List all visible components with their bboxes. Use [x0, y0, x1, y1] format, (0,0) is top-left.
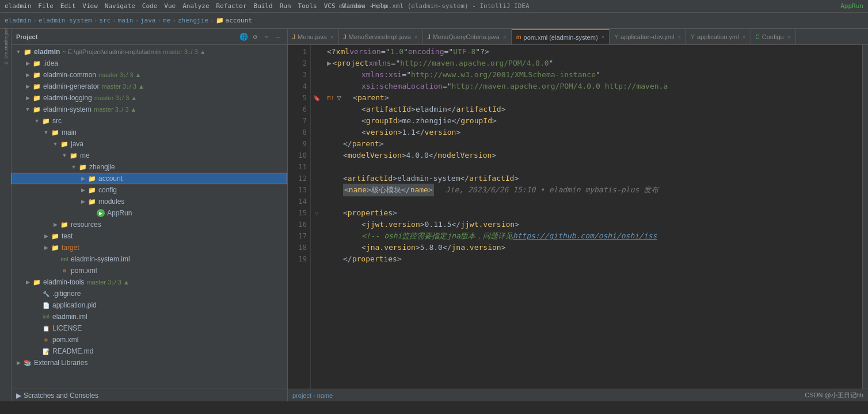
- toolbar-gear-icon[interactable]: ⚙: [250, 32, 260, 41]
- tree-item-pom-root[interactable]: m pom.xml: [12, 334, 287, 345]
- menu-build[interactable]: Build: [254, 2, 273, 10]
- breadcrumb-me[interactable]: me: [163, 17, 170, 24]
- tree-item-eladmin-common[interactable]: ▶ 📁 eladmin-common master 3↓/ 3 ▲: [12, 69, 287, 81]
- gutter-14: [311, 196, 322, 207]
- menu-run[interactable]: Run: [280, 2, 291, 10]
- tab-menu-java[interactable]: J Menu.java ×: [288, 29, 339, 44]
- tree-label: .idea: [43, 59, 58, 67]
- tree-item-gitignore[interactable]: 🔧 .gitignore: [12, 288, 287, 299]
- tab-close-button[interactable]: ×: [414, 34, 418, 40]
- code-line-8: <version>1.1</version>: [327, 127, 862, 138]
- breadcrumb-eladmin-system[interactable]: eladmin-system: [39, 17, 92, 24]
- tree-item-target[interactable]: ▶ 📁 target: [12, 242, 287, 253]
- tree-item-apprun[interactable]: ▶ AppRun: [12, 207, 287, 219]
- line-num-12: 12: [288, 173, 307, 184]
- sidebar-icon-structure[interactable]: Structure: [1, 45, 10, 54]
- gutter-1: [311, 46, 322, 58]
- right-scrollbar[interactable]: [862, 45, 868, 389]
- tree-item-external-libs[interactable]: ▶ 📚 External Libraries: [12, 357, 287, 369]
- menu-refactor[interactable]: Refactor: [216, 2, 247, 10]
- menu-vcs[interactable]: VCS: [324, 2, 336, 10]
- gutter-2: [311, 58, 322, 69]
- tabs-bar: J Menu.java × J MenuServiceImpl.java × J…: [288, 29, 868, 45]
- tree-item-eladmin-tools[interactable]: ▶ 📁 eladmin-tools master 3↓/ 3 ▲: [12, 276, 287, 288]
- tree-arrow: ▼: [51, 141, 60, 147]
- tree-label: src: [52, 117, 62, 125]
- menu-eladmin[interactable]: eladmin: [5, 2, 31, 10]
- tree-item-eladmin-logging[interactable]: ▶ 📁 eladmin-logging master 3↓/ 3 ▲: [12, 92, 287, 104]
- tab-app-yml[interactable]: Y application.yml ×: [686, 29, 751, 44]
- menu-navigate[interactable]: Navigate: [105, 2, 135, 10]
- tree-item-config[interactable]: ▶ 📁 config: [12, 184, 287, 196]
- tree-item-me[interactable]: ▼ 📁 me: [12, 150, 287, 161]
- tree-item-eladmin-system[interactable]: ▼ 📁 eladmin-system master 3↓/ 3 ▲: [12, 104, 287, 115]
- tab-close-button[interactable]: ×: [601, 34, 605, 40]
- menu-edit[interactable]: Edit: [60, 2, 76, 10]
- menu-vue[interactable]: Vue: [164, 2, 176, 10]
- line-num-15: 15: [288, 207, 307, 219]
- breadcrumb-src[interactable]: src: [99, 17, 111, 24]
- folder-icon: 📁: [32, 105, 41, 114]
- tree-item-eladmin[interactable]: ▼ 📁 eladmin ~ E:\gitProject\eladmin-mp\e…: [12, 46, 287, 58]
- sidebar-icon-project[interactable]: Project: [1, 31, 10, 40]
- apprun-button[interactable]: AppRun: [840, 2, 863, 10]
- tree-arrow: ▼: [41, 130, 51, 135]
- tab-close-button[interactable]: ×: [787, 34, 791, 40]
- tree-item-app-pid[interactable]: 📄 application.pid: [12, 299, 287, 311]
- tree-item-idea[interactable]: ▶ 📁 .idea: [12, 58, 287, 69]
- code-area[interactable]: <?xml version="1.0" encoding="UTF-8"?> ▶…: [322, 45, 862, 389]
- tree-arrow: ▶: [23, 83, 32, 89]
- breadcrumb-java[interactable]: java: [140, 17, 156, 24]
- tree-item-resources[interactable]: ▶ 📁 resources: [12, 219, 287, 230]
- tab-close-button[interactable]: ×: [743, 34, 746, 40]
- tree-item-java[interactable]: ▼ 📁 java: [12, 138, 287, 150]
- scratches-item[interactable]: ▶ Scratches and Consoles: [16, 392, 98, 400]
- tab-pom-xml[interactable]: m pom.xml (eladmin-system) ×: [512, 29, 610, 44]
- menu-analyze[interactable]: Analyze: [182, 2, 209, 10]
- gutter-9: [311, 138, 322, 150]
- tab-close-button[interactable]: ×: [503, 34, 507, 40]
- menu-tools[interactable]: Tools: [298, 2, 317, 10]
- tree-arrow: ▶: [23, 95, 32, 101]
- tree-item-test[interactable]: ▶ 📁 test: [12, 230, 287, 242]
- gutter-15-fold[interactable]: ▽: [311, 207, 322, 219]
- line-num-18: 18: [288, 242, 307, 253]
- menu-code[interactable]: Code: [142, 2, 158, 10]
- gutter-3: [311, 69, 322, 81]
- breadcrumb-main[interactable]: main: [118, 17, 134, 24]
- tree-item-src[interactable]: ▼ 📁 src: [12, 115, 287, 127]
- tree-item-system-iml[interactable]: iml eladmin-system.iml: [12, 253, 287, 265]
- tab-menu-query[interactable]: J MenuQueryCriteria.java ×: [423, 29, 512, 44]
- tree-item-eladmin-generator[interactable]: ▶ 📁 eladmin-generator master 3↓/ 3 ▲: [12, 81, 287, 92]
- tree-item-eladmin-iml[interactable]: iml eladmin.iml: [12, 311, 287, 322]
- tab-menu-service-impl[interactable]: J MenuServiceImpl.java ×: [339, 29, 423, 44]
- gutter-5-fold[interactable]: 🔖: [311, 92, 322, 104]
- sidebar-icon-z[interactable]: Z: [1, 59, 10, 68]
- breadcrumb-zhengjie[interactable]: zhengjie: [178, 17, 208, 24]
- tree-item-zhengjie[interactable]: ▼ 📁 zhengjie: [12, 161, 287, 173]
- tab-configu[interactable]: C Configu ×: [751, 29, 796, 44]
- tab-close-button[interactable]: ×: [677, 34, 681, 40]
- folder-icon: 📁: [78, 162, 87, 172]
- editor-area: J Menu.java × J MenuServiceImpl.java × J…: [288, 29, 868, 401]
- toolbar-globe-icon[interactable]: 🌐: [239, 32, 248, 41]
- tab-app-dev-yml[interactable]: Y application-dev.yml ×: [610, 29, 686, 44]
- tree-item-account[interactable]: ▶ 📁 account: [12, 173, 287, 184]
- tree-label: eladmin-system.iml: [71, 255, 130, 263]
- menu-file[interactable]: File: [38, 2, 54, 10]
- breadcrumb-eladmin[interactable]: eladmin: [5, 17, 31, 24]
- line-num-1: 1: [288, 46, 307, 58]
- tree-item-pom-system[interactable]: m pom.xml: [12, 265, 287, 276]
- toolbar-settings-icon[interactable]: ⋯: [262, 32, 271, 41]
- tree-item-readme[interactable]: 📝 README.md: [12, 345, 287, 357]
- tree-item-license[interactable]: 📋 LICENSE: [12, 322, 287, 334]
- tree-item-modules[interactable]: ▶ 📁 modules: [12, 196, 287, 207]
- tab-close-button[interactable]: ×: [330, 34, 334, 40]
- menu-view[interactable]: View: [82, 2, 98, 10]
- breadcrumb-account[interactable]: account: [226, 17, 252, 24]
- toolbar-minus-icon[interactable]: −: [273, 32, 283, 41]
- tree-git-info: master 3↓/ 3 ▲: [86, 279, 129, 286]
- tree-item-main[interactable]: ▼ 📁 main: [12, 127, 287, 138]
- gutter-16: [311, 219, 322, 230]
- tab-label: pom.xml (eladmin-system): [524, 34, 598, 41]
